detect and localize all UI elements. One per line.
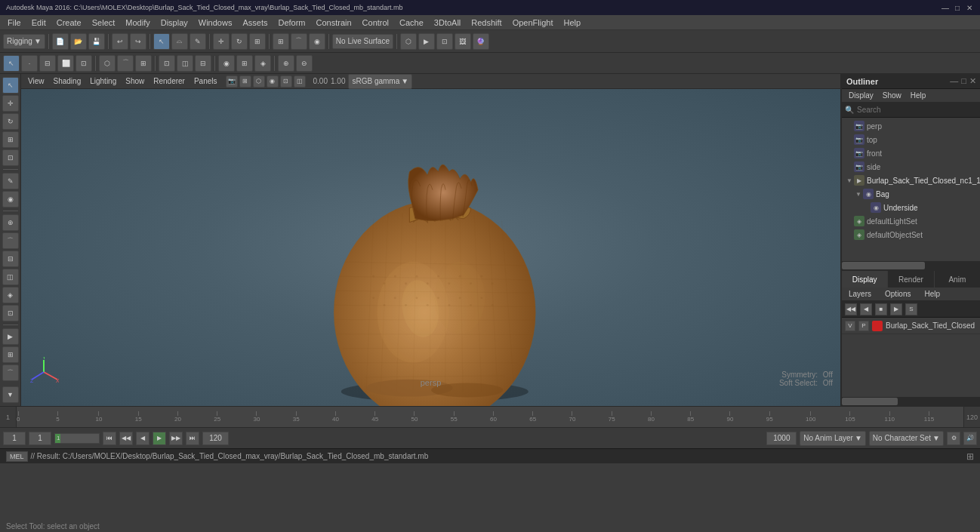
subdiv-tool-button[interactable]: ⊞ bbox=[135, 55, 152, 72]
tree-arrow-bag[interactable]: ▼ bbox=[855, 191, 863, 198]
tree-arrow-burlap-group[interactable]: ▼ bbox=[846, 177, 854, 184]
snap-point-button[interactable]: ◉ bbox=[309, 33, 325, 50]
lattice-button[interactable]: ⊞ bbox=[236, 55, 253, 72]
move-tool-button[interactable]: ✛ bbox=[213, 33, 230, 50]
rigging-dropdown[interactable]: Rigging ▼ bbox=[3, 34, 45, 49]
viewport-canvas[interactable]: X Y Z persp Symmetry: Off Soft Select: O… bbox=[21, 89, 840, 406]
select-mode-button[interactable]: ↖ bbox=[3, 55, 20, 72]
nurbs-tool-button[interactable]: ⌒ bbox=[117, 55, 134, 72]
face-mode-button[interactable]: ⬜ bbox=[57, 55, 74, 72]
viewport-menu-renderer[interactable]: Renderer bbox=[149, 75, 189, 87]
lasso-select-button[interactable]: ⌓ bbox=[171, 33, 188, 50]
soft-mod-button[interactable]: ◉ bbox=[218, 55, 235, 72]
outliner-menu-show[interactable]: Show bbox=[879, 90, 905, 101]
outliner-scrollbar[interactable] bbox=[842, 261, 980, 270]
snap-curve-button[interactable]: ⌒ bbox=[291, 33, 307, 50]
move-tool-side-button[interactable]: ✛ bbox=[2, 95, 19, 112]
layer-sound-prev-btn[interactable]: ◀◀ bbox=[845, 303, 857, 315]
menu-file[interactable]: File bbox=[3, 17, 26, 29]
layer-row-burlap[interactable]: V P Burlap_Sack_Tied_Closed bbox=[842, 318, 980, 334]
soft-mod-side-button[interactable]: ⌒ bbox=[2, 232, 19, 249]
viewport-menu-lighting[interactable]: Lighting bbox=[86, 75, 120, 87]
manipulator-button[interactable]: ⊡ bbox=[2, 149, 19, 166]
no-live-surface-button[interactable]: No Live Surface bbox=[332, 34, 393, 49]
vp-wireframe-icon[interactable]: ⬡ bbox=[253, 75, 265, 88]
channel-scrollbar-thumb[interactable] bbox=[842, 398, 898, 405]
mirror-button[interactable]: ⊡ bbox=[2, 305, 19, 321]
layer-sound-next-btn[interactable]: ▶ bbox=[890, 303, 902, 315]
merge-button[interactable]: ⊕ bbox=[278, 55, 294, 72]
channel-tab-anim[interactable]: Anim bbox=[935, 271, 980, 288]
rotate-tool-button[interactable]: ↻ bbox=[231, 33, 248, 50]
arrow-bottom-button[interactable]: ▼ bbox=[2, 386, 19, 403]
quick-rig-button[interactable]: ⊟ bbox=[2, 251, 19, 267]
undo-button[interactable]: ↩ bbox=[112, 33, 128, 50]
menu-assets[interactable]: Assets bbox=[238, 17, 272, 29]
menu-edit[interactable]: Edit bbox=[27, 17, 51, 29]
layer-sound-play-btn[interactable]: ◀ bbox=[860, 303, 872, 315]
viewport-menu-shading[interactable]: Shading bbox=[50, 75, 85, 87]
menu-create[interactable]: Create bbox=[52, 17, 86, 29]
channel-layers-btn[interactable]: Layers bbox=[845, 288, 875, 300]
menu-select[interactable]: Select bbox=[88, 17, 120, 29]
outliner-menu-display[interactable]: Display bbox=[845, 90, 877, 101]
hypershade-button[interactable]: 🔮 bbox=[473, 33, 489, 50]
window-controls[interactable]: — □ ✕ bbox=[941, 3, 974, 12]
render-button[interactable]: ▶ bbox=[418, 33, 435, 50]
tree-item-underside[interactable]: ◉ Underside bbox=[842, 201, 980, 214]
start-frame-input[interactable] bbox=[3, 432, 26, 445]
viewport-menu-view[interactable]: View bbox=[24, 75, 48, 87]
sculpt-button[interactable]: ◉ bbox=[2, 191, 19, 208]
channel-scrollbar[interactable] bbox=[842, 397, 980, 406]
settings-button[interactable]: ⚙ bbox=[947, 432, 960, 445]
paint-weights-button[interactable]: ◈ bbox=[2, 287, 19, 303]
vertex-mode-button[interactable]: · bbox=[21, 55, 38, 72]
viewport-menu-show[interactable]: Show bbox=[122, 75, 148, 87]
menu-help[interactable]: Help bbox=[559, 17, 585, 29]
goto-start-button[interactable]: ⏮ bbox=[103, 432, 116, 445]
layer-render-toggle[interactable]: P bbox=[858, 321, 869, 331]
channel-tab-render[interactable]: Render bbox=[888, 271, 934, 288]
prev-frame-button[interactable]: ◀ bbox=[136, 432, 149, 445]
paint-tool-button[interactable]: ✎ bbox=[2, 173, 19, 189]
character-set-dropdown[interactable]: No Character Set ▼ bbox=[869, 431, 944, 446]
goto-end-button[interactable]: ⏭ bbox=[186, 432, 199, 445]
range-max-input[interactable] bbox=[766, 432, 797, 445]
bevel-button[interactable]: ◫ bbox=[177, 55, 193, 72]
outliner-minimize-icon[interactable]: — bbox=[950, 76, 958, 86]
ipr-button[interactable]: ⊡ bbox=[436, 33, 453, 50]
audio-button[interactable]: 🔊 bbox=[963, 432, 977, 445]
select-tool-side-button[interactable]: ↖ bbox=[2, 77, 19, 94]
layer-visible-toggle[interactable]: V bbox=[845, 321, 855, 331]
bind-skin-button[interactable]: ◫ bbox=[2, 269, 19, 285]
range-end-input[interactable] bbox=[202, 432, 229, 445]
menu-display[interactable]: Display bbox=[156, 17, 193, 29]
channel-tab-display[interactable]: Display bbox=[842, 271, 888, 288]
rotate-tool-side-button[interactable]: ↻ bbox=[2, 113, 19, 130]
tree-item-defaultlightset[interactable]: ◈ defaultLightSet bbox=[842, 214, 980, 228]
vp-shaded-icon[interactable]: ◫ bbox=[294, 75, 306, 88]
maximize-button[interactable]: □ bbox=[953, 3, 962, 12]
render-settings-button[interactable]: ⬡ bbox=[400, 33, 417, 50]
tree-item-burlap-group[interactable]: ▼ ▶ Burlap_Sack_Tied_Closed_nc1_1 bbox=[842, 174, 980, 187]
menu-cache[interactable]: Cache bbox=[395, 17, 428, 29]
tree-item-front[interactable]: 📷 front bbox=[842, 146, 980, 160]
open-scene-button[interactable]: 📂 bbox=[70, 33, 87, 50]
tree-item-persp[interactable]: 📷 perp bbox=[842, 119, 980, 133]
help-icon[interactable]: ⊞ bbox=[966, 451, 974, 462]
cluster-button[interactable]: ◈ bbox=[254, 55, 271, 72]
tree-item-top[interactable]: 📷 top bbox=[842, 133, 980, 146]
paint-select-button[interactable]: ✎ bbox=[190, 33, 206, 50]
polygon-tool-button[interactable]: ⬡ bbox=[99, 55, 116, 72]
vp-smooth-icon[interactable]: ◉ bbox=[267, 75, 279, 88]
next-frame-button[interactable]: ▶▶ bbox=[169, 432, 183, 445]
gamma-dropdown[interactable]: sRGB gamma ▼ bbox=[348, 74, 412, 89]
play-button[interactable]: ▶ bbox=[153, 432, 166, 445]
render-view-button[interactable]: 🖼 bbox=[455, 33, 471, 50]
vp-texture-icon[interactable]: ⊡ bbox=[280, 75, 292, 88]
outliner-close-icon[interactable]: ✕ bbox=[969, 76, 976, 86]
viewport-menu-panels[interactable]: Panels bbox=[190, 75, 221, 87]
menu-redshift[interactable]: Redshift bbox=[467, 17, 506, 29]
layer-color-swatch[interactable] bbox=[872, 321, 883, 331]
channel-help-btn[interactable]: Help bbox=[920, 288, 944, 300]
